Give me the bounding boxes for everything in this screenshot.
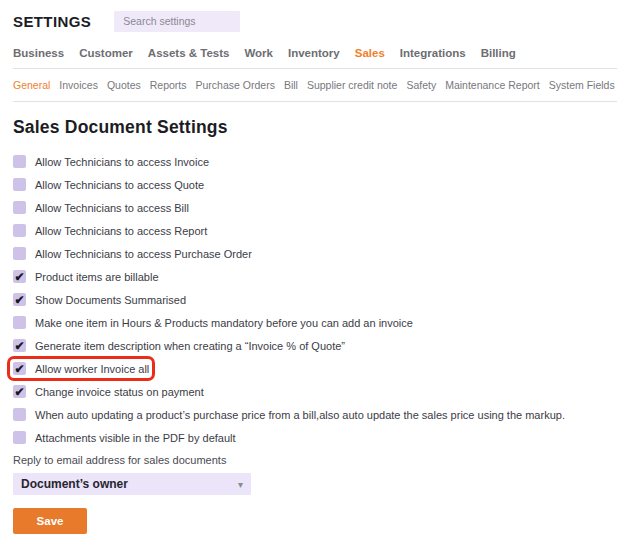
save-button[interactable]: Save (13, 508, 87, 534)
sub-nav-item-system-fields[interactable]: System Fields (549, 79, 615, 91)
main-nav-item-work[interactable]: Work (244, 47, 273, 59)
checkbox-label: Product items are billable (35, 271, 159, 283)
chevron-down-icon: ▾ (238, 479, 243, 490)
checkmark-icon: ✔ (14, 386, 24, 398)
setting-row: Allow Technicians to access Quote (13, 178, 204, 191)
setting-row: ✔Product items are billable (13, 270, 159, 283)
app-title: SETTINGS (13, 13, 91, 30)
checkbox-unchecked[interactable] (13, 155, 26, 168)
checkbox-unchecked[interactable] (13, 431, 26, 444)
page-title: Sales Document Settings (13, 117, 617, 138)
checkbox-label: Attachments visible in the PDF by defaul… (35, 432, 236, 444)
sub-nav-item-safety[interactable]: Safety (406, 79, 436, 91)
main-nav-item-sales[interactable]: Sales (355, 47, 385, 59)
reply-to-selected-value: Document’s owner (21, 477, 128, 491)
checkbox-unchecked[interactable] (13, 224, 26, 237)
setting-row: ✔Generate item description when creating… (13, 339, 345, 352)
main-nav: BusinessCustomerAssets & TestsWorkInvent… (13, 47, 617, 69)
checkbox-checked[interactable]: ✔ (13, 385, 26, 398)
sub-nav-item-invoices[interactable]: Invoices (59, 79, 98, 91)
sub-nav-item-reports[interactable]: Reports (150, 79, 187, 91)
sub-nav-item-bill[interactable]: Bill (284, 79, 298, 91)
sub-nav-item-maintenance-report[interactable]: Maintenance Report (445, 79, 540, 91)
checkmark-icon: ✔ (14, 363, 24, 375)
main-nav-item-billing[interactable]: Billing (481, 47, 516, 59)
sub-nav: GeneralInvoicesQuotesReportsPurchase Ord… (13, 69, 617, 102)
checkbox-unchecked[interactable] (13, 201, 26, 214)
checkbox-label: Allow Technicians to access Purchase Ord… (35, 248, 252, 260)
checkbox-unchecked[interactable] (13, 316, 26, 329)
checkbox-label: Change invoice status on payment (35, 386, 204, 398)
checkbox-unchecked[interactable] (13, 408, 26, 421)
checkmark-icon: ✔ (14, 340, 24, 352)
reply-to-select[interactable]: Document’s owner ▾ (13, 473, 251, 495)
setting-row: ✔Change invoice status on payment (13, 385, 204, 398)
reply-to-label: Reply to email address for sales documen… (13, 454, 617, 466)
settings-checkbox-list: Allow Technicians to access InvoiceAllow… (13, 155, 617, 444)
checkbox-unchecked[interactable] (13, 247, 26, 260)
sub-nav-item-general[interactable]: General (13, 79, 50, 91)
checkbox-label: When auto updating a product’s purchase … (35, 409, 565, 421)
checkmark-icon: ✔ (14, 271, 24, 283)
setting-row: Allow Technicians to access Report (13, 224, 207, 237)
sub-nav-item-quotes[interactable]: Quotes (107, 79, 141, 91)
setting-row: Allow Technicians to access Invoice (13, 155, 209, 168)
checkbox-label: Show Documents Summarised (35, 294, 186, 306)
setting-row-highlighted: ✔Allow worker Invoice all (13, 362, 149, 375)
checkmark-icon: ✔ (14, 294, 24, 306)
search-input[interactable] (114, 11, 240, 32)
setting-row: Make one item in Hours & Products mandat… (13, 316, 413, 329)
checkbox-checked[interactable]: ✔ (13, 293, 26, 306)
checkbox-label: Make one item in Hours & Products mandat… (35, 317, 413, 329)
sub-nav-item-purchase-orders[interactable]: Purchase Orders (196, 79, 275, 91)
checkbox-label: Allow Technicians to access Invoice (35, 156, 209, 168)
setting-row: Attachments visible in the PDF by defaul… (13, 431, 236, 444)
checkbox-unchecked[interactable] (13, 178, 26, 191)
setting-row: Allow Technicians to access Bill (13, 201, 189, 214)
checkbox-label: Allow worker Invoice all (35, 363, 149, 375)
checkbox-label: Generate item description when creating … (35, 340, 345, 352)
main-nav-item-business[interactable]: Business (13, 47, 64, 59)
checkbox-label: Allow Technicians to access Bill (35, 202, 189, 214)
setting-row: ✔Show Documents Summarised (13, 293, 186, 306)
sub-nav-item-supplier-credit-note[interactable]: Supplier credit note (307, 79, 397, 91)
main-nav-item-assets-tests[interactable]: Assets & Tests (148, 47, 230, 59)
checkbox-label: Allow Technicians to access Report (35, 225, 207, 237)
main-nav-item-inventory[interactable]: Inventory (288, 47, 340, 59)
setting-row: When auto updating a product’s purchase … (13, 408, 565, 421)
setting-row: Allow Technicians to access Purchase Ord… (13, 247, 252, 260)
main-nav-item-integrations[interactable]: Integrations (400, 47, 466, 59)
header: SETTINGS (13, 9, 617, 33)
checkbox-label: Allow Technicians to access Quote (35, 179, 204, 191)
checkbox-checked[interactable]: ✔ (13, 362, 26, 375)
main-nav-item-customer[interactable]: Customer (79, 47, 133, 59)
checkbox-checked[interactable]: ✔ (13, 339, 26, 352)
checkbox-checked[interactable]: ✔ (13, 270, 26, 283)
